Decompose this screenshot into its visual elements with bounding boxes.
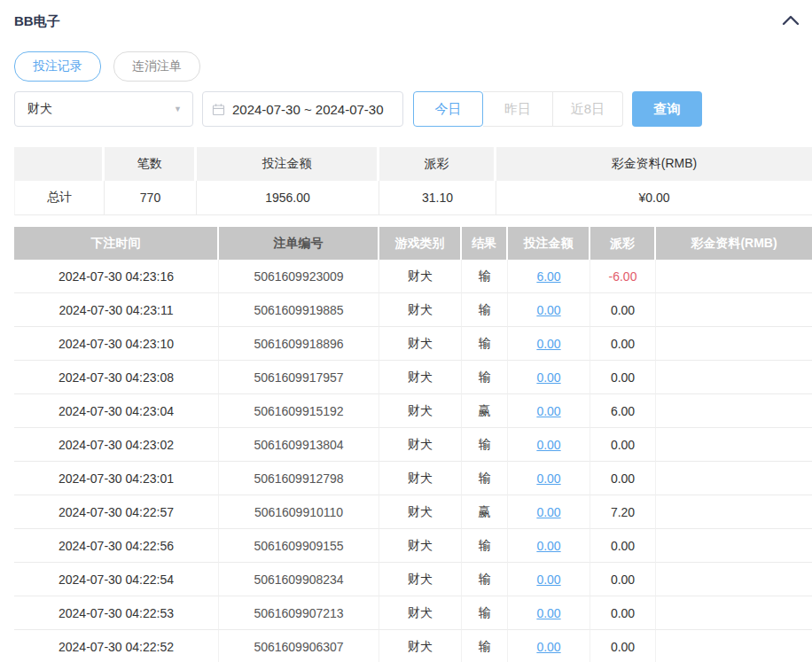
order-id-cell: 5061609912798 (219, 462, 379, 495)
game-type-cell: 财犬 (379, 394, 462, 428)
bet-table-body: 2024-07-30 04:23:16 5061609923009 财犬 输 6… (14, 260, 812, 662)
result-cell: 输 (462, 428, 508, 462)
bb-electronic-panel: BB电子 投注记录 连消注单 财犬 ▼ (0, 0, 812, 662)
today-button[interactable]: 今日 (413, 91, 483, 127)
bet-amount-link[interactable]: 0.00 (536, 539, 560, 553)
bet-amount-link[interactable]: 0.00 (536, 303, 560, 317)
table-header-row: 下注时间 注单编号 游戏类别 结果 投注金额 派彩 彩金资料(RMB) (14, 227, 812, 260)
order-id-cell: 5061609907213 (219, 596, 379, 630)
summary-header-row: 笔数 投注金额 派彩 彩金资料(RMB) (14, 147, 812, 181)
payout-cell: -6.00 (590, 260, 656, 293)
tab-cancelled-orders[interactable]: 连消注单 (113, 51, 200, 82)
table-row: 2024-07-30 04:22:53 5061609907213 财犬 输 0… (14, 596, 812, 630)
result-cell: 输 (462, 630, 508, 662)
bet-amount-cell: 0.00 (508, 630, 590, 662)
total-payout: 31.10 (379, 181, 496, 215)
date-range-picker[interactable]: 2024-07-30 ~ 2024-07-30 (202, 91, 403, 127)
result-cell: 输 (462, 293, 508, 327)
payout-cell: 6.00 (590, 394, 656, 428)
game-type-cell: 财犬 (379, 327, 462, 361)
calendar-icon (212, 103, 225, 116)
filter-toolbar: 财犬 ▼ 2024-07-30 ~ 2024-07-30 今日 昨日 近8日 查… (14, 91, 812, 127)
game-type-cell: 财犬 (379, 361, 462, 394)
order-id-cell: 5061609908234 (219, 563, 379, 596)
last-8-days-button[interactable]: 近8日 (553, 91, 623, 127)
bet-time-cell: 2024-07-30 04:22:54 (14, 563, 219, 596)
bet-amount-link[interactable]: 0.00 (536, 640, 560, 654)
date-range-value: 2024-07-30 ~ 2024-07-30 (232, 102, 384, 117)
summary-table: 笔数 投注金额 派彩 彩金资料(RMB) 总计 770 1956.00 31.1… (14, 147, 812, 215)
panel-header: BB电子 (14, 0, 812, 30)
bet-time-cell: 2024-07-30 04:23:08 (14, 361, 219, 394)
summary-header-bet-amount: 投注金额 (197, 147, 379, 181)
summary-total-row: 总计 770 1956.00 31.10 ¥0.00 (14, 181, 812, 215)
bet-amount-link[interactable]: 0.00 (536, 404, 560, 418)
summary-header-payout: 派彩 (379, 147, 496, 181)
order-id-cell: 5061609923009 (219, 260, 379, 293)
bet-time-cell: 2024-07-30 04:23:01 (14, 462, 219, 495)
bet-amount-link[interactable]: 0.00 (536, 572, 560, 587)
table-row: 2024-07-30 04:22:52 5061609906307 财犬 输 0… (14, 630, 812, 662)
bet-amount-link[interactable]: 0.00 (536, 438, 560, 452)
tab-bet-records[interactable]: 投注记录 (14, 51, 101, 82)
bet-amount-cell: 0.00 (508, 495, 590, 529)
bet-amount-link[interactable]: 0.00 (536, 505, 560, 519)
bonus-cell (656, 361, 812, 394)
table-row: 2024-07-30 04:23:02 5061609913804 财犬 输 0… (14, 428, 812, 462)
game-type-cell: 财犬 (379, 630, 462, 662)
bet-amount-cell: 0.00 (508, 293, 590, 327)
result-cell: 输 (462, 260, 508, 293)
order-id-cell: 5061609909155 (219, 529, 379, 563)
game-type-cell: 财犬 (379, 428, 462, 462)
result-cell: 输 (462, 529, 508, 563)
yesterday-button[interactable]: 昨日 (483, 91, 553, 127)
game-type-cell: 财犬 (379, 462, 462, 495)
bonus-cell (656, 462, 812, 495)
quick-date-group: 今日 昨日 近8日 (413, 91, 623, 127)
payout-cell: 0.00 (590, 630, 656, 662)
tab-bar: 投注记录 连消注单 (14, 51, 812, 82)
payout-cell: 0.00 (590, 596, 656, 630)
order-id-cell: 5061609917957 (219, 361, 379, 394)
bet-amount-link[interactable]: 0.00 (536, 370, 560, 385)
total-count: 770 (105, 181, 197, 215)
bet-amount-cell: 0.00 (508, 428, 590, 462)
bet-time-cell: 2024-07-30 04:23:02 (14, 428, 219, 462)
bet-time-cell: 2024-07-30 04:23:04 (14, 394, 219, 428)
bet-amount-link[interactable]: 0.00 (536, 606, 560, 620)
bet-time-cell: 2024-07-30 04:23:16 (14, 260, 219, 293)
table-row: 2024-07-30 04:23:10 5061609918896 财犬 输 0… (14, 327, 812, 361)
bet-amount-link[interactable]: 6.00 (536, 269, 560, 284)
bet-amount-link[interactable]: 0.00 (536, 337, 560, 351)
bet-time-cell: 2024-07-30 04:22:56 (14, 529, 219, 563)
bet-time-cell: 2024-07-30 04:23:10 (14, 327, 219, 361)
bonus-cell (656, 260, 812, 293)
table-row: 2024-07-30 04:23:08 5061609917957 财犬 输 0… (14, 361, 812, 394)
query-button[interactable]: 查询 (632, 91, 702, 127)
header-bet-amount: 投注金额 (508, 227, 590, 260)
bonus-cell (656, 428, 812, 462)
bet-amount-link[interactable]: 0.00 (536, 471, 560, 486)
bet-amount-cell: 0.00 (508, 529, 590, 563)
bonus-cell (656, 563, 812, 596)
bet-time-cell: 2024-07-30 04:22:52 (14, 630, 219, 662)
result-cell: 赢 (462, 495, 508, 529)
bet-amount-cell: 6.00 (508, 260, 590, 293)
header-result: 结果 (462, 227, 508, 260)
table-row: 2024-07-30 04:23:11 5061609919885 财犬 输 0… (14, 293, 812, 327)
payout-cell: 0.00 (590, 563, 656, 596)
page-title: BB电子 (14, 13, 60, 30)
header-bet-time: 下注时间 (14, 227, 219, 260)
collapse-button[interactable] (782, 14, 800, 28)
summary-header-count: 笔数 (105, 147, 197, 181)
payout-cell: 0.00 (590, 462, 656, 495)
payout-cell: 0.00 (590, 529, 656, 563)
bonus-cell (656, 529, 812, 563)
game-type-cell: 财犬 (379, 563, 462, 596)
summary-header-empty (14, 147, 105, 181)
game-select[interactable]: 财犬 ▼ (14, 91, 193, 127)
tab-label: 连消注单 (132, 58, 182, 74)
result-cell: 输 (462, 361, 508, 394)
bet-time-cell: 2024-07-30 04:22:53 (14, 596, 219, 630)
game-type-cell: 财犬 (379, 596, 462, 630)
